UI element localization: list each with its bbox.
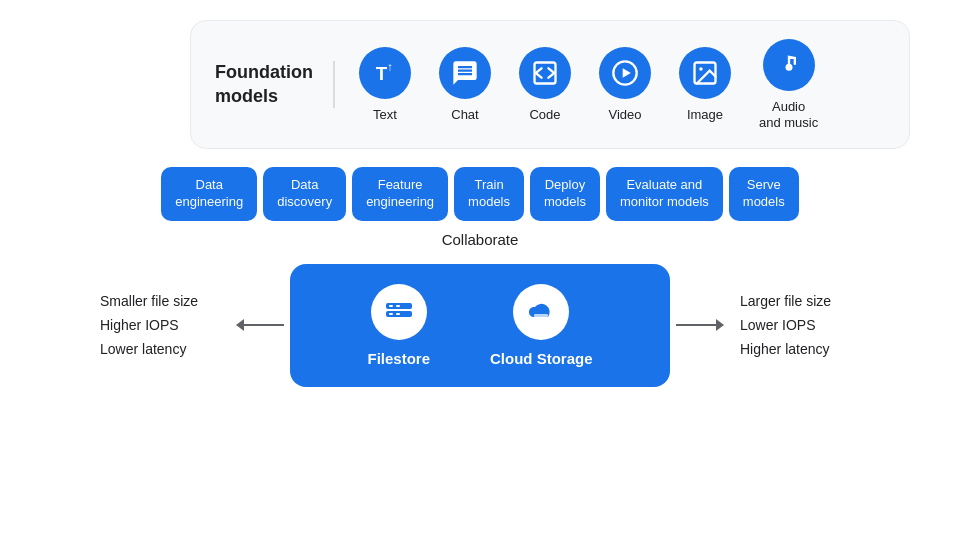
image-icon-circle: [679, 47, 731, 99]
audio-model-item: Audioand music: [759, 39, 818, 130]
svg-rect-2: [534, 62, 555, 83]
cloud-storage-icon: [524, 295, 558, 329]
image-icon: [691, 59, 719, 87]
code-icon-circle: [519, 47, 571, 99]
chat-model-item: Chat: [439, 47, 491, 123]
cloud-storage-label: Cloud Storage: [490, 350, 593, 367]
audio-icon: [775, 51, 803, 79]
audio-label: Audioand music: [759, 99, 818, 130]
text-model-item: T ↑ Text: [359, 47, 411, 123]
code-label: Code: [529, 107, 560, 123]
model-icons: T ↑ Text Chat: [359, 39, 818, 130]
pipeline-step-data-engineering: Dataengineering: [161, 167, 257, 221]
pipeline-step-serve-models: Servemodels: [729, 167, 799, 221]
foundation-title: Foundationmodels: [215, 61, 335, 108]
right-label-iops: Lower IOPS: [740, 317, 860, 333]
svg-text:↑: ↑: [387, 59, 393, 72]
right-label-file-size: Larger file size: [740, 293, 860, 309]
svg-rect-14: [534, 314, 548, 317]
filestore-icon-circle: [371, 284, 427, 340]
filestore-icon: [382, 295, 416, 329]
filestore-label: Filestore: [367, 350, 430, 367]
svg-point-6: [699, 67, 703, 71]
svg-rect-15: [534, 318, 548, 321]
foundation-section: Foundationmodels T ↑ Text: [190, 20, 910, 149]
svg-marker-4: [623, 68, 631, 77]
code-model-item: Code: [519, 47, 571, 123]
pipeline-step-deploy-models: Deploymodels: [530, 167, 600, 221]
diagram-container: Foundationmodels T ↑ Text: [0, 0, 960, 540]
pipeline-step-feature-engineering: Featureengineering: [352, 167, 448, 221]
storage-box: Filestore Cloud Storage: [290, 264, 670, 387]
image-model-item: Image: [679, 47, 731, 123]
storage-section: Smaller file size Higher IOPS Lower late…: [50, 264, 910, 387]
text-icon-circle: T ↑: [359, 47, 411, 99]
video-label: Video: [608, 107, 641, 123]
chat-icon-circle: [439, 47, 491, 99]
pipeline-step-evaluate-monitor: Evaluate andmonitor models: [606, 167, 723, 221]
svg-rect-11: [389, 313, 393, 315]
svg-rect-12: [396, 305, 400, 307]
pipeline-step-data-discovery: Datadiscovery: [263, 167, 346, 221]
video-icon: [611, 59, 639, 87]
svg-rect-13: [396, 313, 400, 315]
filestore-item: Filestore: [367, 284, 430, 367]
text-icon: T ↑: [371, 59, 399, 87]
image-label: Image: [687, 107, 723, 123]
left-arrow-line: [244, 324, 284, 326]
right-arrow-line: [676, 324, 716, 326]
left-label-file-size: Smaller file size: [100, 293, 220, 309]
pipeline-section: Dataengineering Datadiscovery Featureeng…: [30, 167, 930, 221]
audio-icon-circle: [763, 39, 815, 91]
svg-text:T: T: [376, 63, 388, 84]
cloud-storage-item: Cloud Storage: [490, 284, 593, 367]
video-icon-circle: [599, 47, 651, 99]
chat-icon: [451, 59, 479, 87]
storage-left-labels: Smaller file size Higher IOPS Lower late…: [100, 293, 220, 357]
right-label-latency: Higher latency: [740, 341, 860, 357]
chat-label: Chat: [451, 107, 478, 123]
storage-right-labels: Larger file size Lower IOPS Higher laten…: [740, 293, 860, 357]
left-arrow: [236, 319, 284, 331]
svg-rect-10: [389, 305, 393, 307]
left-arrow-head: [236, 319, 244, 331]
left-label-latency: Lower latency: [100, 341, 220, 357]
left-label-iops: Higher IOPS: [100, 317, 220, 333]
code-icon: [531, 59, 559, 87]
pipeline-step-train-models: Trainmodels: [454, 167, 524, 221]
video-model-item: Video: [599, 47, 651, 123]
right-arrow: [676, 319, 724, 331]
collaborate-label: Collaborate: [30, 231, 930, 248]
cloud-storage-icon-circle: [513, 284, 569, 340]
right-arrow-head: [716, 319, 724, 331]
text-label: Text: [373, 107, 397, 123]
